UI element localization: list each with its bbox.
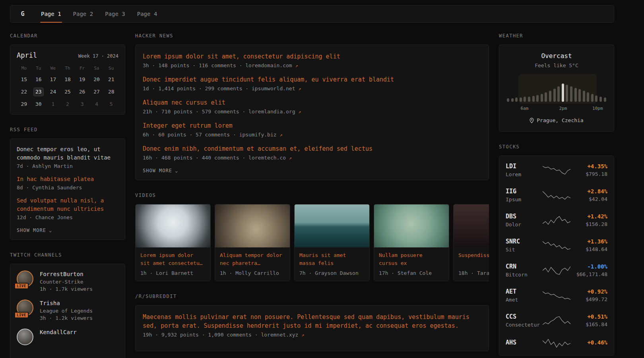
twitch-channel[interactable]: KendallCarr	[17, 329, 118, 346]
stock-price: $499.72	[571, 296, 607, 302]
hn-item-title[interactable]: Aliquam nec cursus elit	[143, 98, 481, 107]
hn-item-title[interactable]: Donec imperdiet augue tincidunt felis al…	[143, 75, 481, 84]
stock-row[interactable]: CCS Consectetur +0.51% $165.84	[499, 308, 614, 333]
calendar-day: 21	[104, 75, 118, 84]
hn-item-domain[interactable]: ipsumworld.net	[252, 86, 295, 91]
video-meta: 7h · Grayson Dawson	[299, 270, 365, 276]
stock-row[interactable]: IIG Ipsum +2.84% $42.04	[499, 183, 614, 208]
weather-location: Prague, Czechia	[506, 117, 607, 123]
stock-row[interactable]: AHS +0.46%	[499, 333, 614, 354]
rss-item-title[interactable]: Donec tempor eros leo, ut commodo mauris…	[17, 145, 118, 162]
video-thumbnail	[374, 204, 449, 247]
calendar-week-label: Week 17 · 2024	[78, 53, 118, 59]
video-card[interactable]: Mauris sit amet massa felis 7h · Grayson…	[294, 204, 370, 281]
rss-item: Donec tempor eros leo, ut commodo mauris…	[17, 145, 118, 169]
stock-values: +4.35% $795.18	[571, 163, 607, 177]
video-thumbnail	[215, 204, 290, 247]
hn-item-title[interactable]: Lorem ipsum dolor sit amet, consectetur …	[143, 52, 481, 61]
video-card[interactable]: Nullam posuere cursus ex 17h · Stefan Co…	[374, 204, 449, 281]
hn-item-title[interactable]: Integer eget rutrum lorem	[143, 121, 481, 130]
weekday-label: We	[46, 66, 60, 72]
rss-item-title[interactable]: In hac habitasse platea	[17, 175, 118, 183]
stock-row[interactable]: DBS Dolor +1.42% $156.28	[499, 208, 614, 233]
twitch-channel[interactable]: LIVE ForrestBurton Counter-Strike 1h · 1…	[17, 270, 118, 292]
hn-show-more-button[interactable]: SHOW MORE ⌄	[143, 168, 481, 173]
calendar-day: 30	[31, 100, 46, 109]
weather-bar	[536, 95, 539, 102]
hn-item-domain[interactable]: loremdomain.com	[245, 62, 292, 68]
rss-item-title[interactable]: Sed volutpat nulla nisl, a condimentum n…	[17, 197, 118, 213]
weather-bar	[557, 86, 560, 102]
hn-item-domain[interactable]: loremlandia.org	[248, 109, 295, 115]
video-card[interactable]: Aliquam tempor dolor nec pharetra… 1h · …	[215, 204, 290, 281]
channel-game: League of Legends	[40, 308, 93, 314]
weather-bar	[591, 94, 594, 102]
twitch-channel[interactable]: LIVE Trisha League of Legends 3h · 1.2k …	[17, 300, 118, 321]
weather-feels-like: Feels like 5°C	[506, 62, 607, 68]
weather-card: Overcast Feels like 5°C 9° 6am 2pm 10pm	[499, 45, 614, 132]
calendar-day-next-month: 4	[89, 100, 104, 109]
video-title[interactable]: Suspendisse diam	[458, 251, 489, 267]
weather-bar	[574, 88, 577, 102]
rss-item: Sed volutpat nulla nisl, a condimentum n…	[17, 197, 118, 220]
hn-item-stats: 21h · 710 points · 579 comments ·	[143, 109, 248, 115]
app-logo[interactable]: G	[10, 6, 35, 22]
weekday-label: Mo	[17, 66, 31, 72]
stock-row[interactable]: CRN Bitcorn -1.00% $66,171.48	[499, 258, 614, 283]
weather-condition: Overcast	[506, 52, 607, 60]
stock-row[interactable]: LDI Lorem +4.35% $795.18	[499, 158, 614, 183]
video-card[interactable]: Lorem ipsum dolor sit amet consectetu… 1…	[135, 204, 211, 281]
subreddit-item: Maecenas mollis pulvinar erat non posuer…	[143, 313, 481, 338]
tab-page-4[interactable]: Page 4	[131, 6, 163, 22]
stock-name: Consectetur	[506, 322, 542, 328]
video-title[interactable]: Aliquam tempor dolor nec pharetra…	[220, 251, 285, 267]
stock-row[interactable]: SNRC Sit +1.36% $148.64	[499, 233, 614, 258]
stocks-card: LDI Lorem +4.35% $795.18 IIG Ipsum	[499, 156, 614, 356]
tab-page-2[interactable]: Page 2	[67, 6, 99, 22]
stock-symbol-block: DBS Dolor	[506, 213, 542, 228]
external-link-icon: ↗	[298, 86, 301, 91]
stock-values: +0.92% $499.72	[571, 288, 607, 302]
stock-price: $42.04	[571, 196, 607, 202]
subreddit-item-title[interactable]: Maecenas mollis pulvinar erat non posuer…	[143, 313, 481, 330]
calendar-day: 16	[31, 75, 46, 84]
channel-game: Counter-Strike	[40, 279, 93, 285]
calendar-day: 22	[17, 88, 31, 96]
stock-change: +4.35%	[571, 163, 607, 169]
stock-price: $795.18	[571, 171, 607, 177]
video-card[interactable]: Suspendisse diam 18h · Tara	[453, 204, 489, 281]
video-title[interactable]: Nullam posuere cursus ex	[379, 251, 444, 267]
rss-show-more-button[interactable]: SHOW MORE ⌄	[17, 228, 118, 233]
calendar-day-next-month: 1	[46, 100, 60, 109]
stock-name: Amet	[506, 297, 542, 303]
location-pin-icon	[530, 118, 534, 123]
subreddit-item-meta: 19h · 9,932 points · 1,090 comments · lo…	[143, 332, 481, 338]
hn-item-domain[interactable]: ipsumify.biz	[239, 132, 277, 138]
hn-item: Aliquam nec cursus elit 21h · 710 points…	[143, 98, 481, 115]
video-thumbnail	[454, 204, 489, 247]
right-column: WEATHER Overcast Feels like 5°C 9° 6am 2…	[499, 33, 614, 358]
stock-ticker: CRN	[506, 263, 542, 270]
weather-section-title: WEATHER	[499, 33, 614, 39]
stock-name: Sit	[506, 247, 542, 253]
hn-item-domain[interactable]: loremtech.co	[248, 155, 286, 161]
hour-label: 10pm	[592, 106, 603, 111]
stock-values: +2.84% $42.04	[571, 188, 607, 202]
stock-sparkline	[542, 190, 571, 200]
tab-page-3[interactable]: Page 3	[99, 6, 131, 22]
stock-price: $156.28	[571, 221, 607, 227]
calendar-month: April	[17, 51, 37, 59]
subreddit-item-stats: 19h · 9,932 points · 1,090 comments ·	[143, 332, 261, 338]
stock-row[interactable]: AET Amet +0.92% $499.72	[499, 283, 614, 308]
video-title[interactable]: Lorem ipsum dolor sit amet consectetu…	[140, 251, 206, 267]
stock-name: Lorem	[506, 171, 542, 177]
subreddit-item-domain[interactable]: loremnet.xyz	[261, 332, 298, 338]
left-column: CALENDAR April Week 17 · 2024 Mo Tu We T…	[10, 33, 125, 358]
video-title[interactable]: Mauris sit amet massa felis	[299, 251, 365, 267]
calendar-grid: Mo Tu We Th Fr Sa Su 15 16 17 18 19 20 2…	[17, 66, 118, 109]
hn-item-title[interactable]: Donec enim nibh, condimentum et accumsan…	[143, 144, 481, 153]
stock-sparkline	[542, 315, 571, 326]
tab-page-1[interactable]: Page 1	[35, 6, 67, 22]
video-meta: 1h · Molly Carrillo	[220, 270, 285, 276]
hn-item-stats: 16h · 468 points · 440 comments ·	[143, 155, 248, 161]
